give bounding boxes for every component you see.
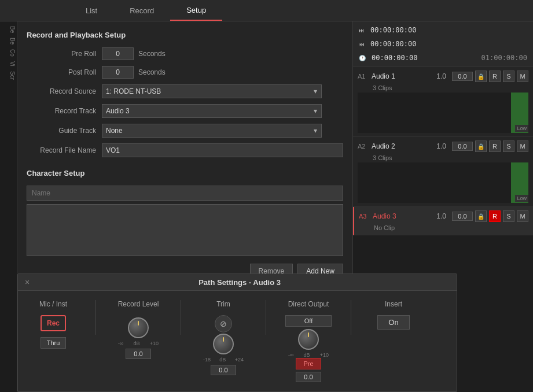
direct-output-title: Direct Output xyxy=(288,300,329,308)
track-a3-s-btn[interactable]: S xyxy=(503,210,514,222)
record-source-wrapper: 1: RODE NT-USB xyxy=(102,84,322,98)
trim-title: Trim xyxy=(216,300,230,308)
record-source-label: Record Source xyxy=(27,87,96,95)
track-a3-lock-btn[interactable]: 🔒 xyxy=(475,210,487,222)
direct-output-off-btn[interactable]: Off xyxy=(285,315,332,327)
track-a2: A2 Audio 2 1.0 0.0 🔒 R S M 3 Clips Low xyxy=(353,137,533,207)
insert-section: Insert On xyxy=(367,300,420,330)
direct-output-db: dB xyxy=(304,352,310,358)
overlay-close-btn[interactable]: × xyxy=(25,278,30,287)
rec-button[interactable]: Rec xyxy=(41,315,66,331)
track-a2-m-btn[interactable]: M xyxy=(517,140,528,152)
character-name-input[interactable] xyxy=(27,186,343,201)
divider-3 xyxy=(266,300,266,335)
track-a1-fader: 0.0 xyxy=(452,72,473,81)
post-roll-input[interactable] xyxy=(102,66,134,79)
tab-setup[interactable]: Setup xyxy=(170,0,222,21)
record-level-max: +10 xyxy=(150,341,159,346)
record-track-wrapper: Audio 3 xyxy=(102,104,322,118)
track-a2-s-btn[interactable]: S xyxy=(503,140,514,152)
skip-to-end-icon: ⏭ xyxy=(359,27,365,34)
transport-time-2: 00:00:00:00 xyxy=(370,40,416,48)
track-a1-low-badge: Low xyxy=(515,125,528,132)
character-textarea[interactable] xyxy=(27,204,343,256)
transport-row-3: 🕐 00:00:00:00 01:00:00:00 xyxy=(359,51,527,64)
skip-to-start-icon: ⏮ xyxy=(359,41,365,47)
sidebar-item-scr[interactable]: Scr xyxy=(0,69,17,82)
overlay-content: Mic / Inst Rec Thru Record Level -∞ dB +… xyxy=(18,291,457,391)
record-track-select[interactable]: Audio 3 xyxy=(102,104,322,118)
divider-2 xyxy=(181,300,181,335)
record-level-knob[interactable] xyxy=(128,317,149,338)
track-a3-volume: 1.0 xyxy=(436,212,446,220)
transport-timecode: 01:00:00:00 xyxy=(481,54,527,62)
divider-4 xyxy=(351,300,351,335)
track-a1-m-btn[interactable]: M xyxy=(517,71,528,82)
record-level-title: Record Level xyxy=(118,300,159,308)
direct-output-knob-container: Off -∞ dB +10 Pre 0.0 xyxy=(285,315,332,382)
record-level-db: dB xyxy=(134,341,140,346)
phase-button[interactable]: ⊘ xyxy=(215,315,232,332)
transport-bar: ⏭ 00:00:00:00 ⏮ 00:00:00:00 🕐 00:00:00:0… xyxy=(353,21,533,67)
sidebar-item-vi[interactable]: Vi xyxy=(0,59,17,69)
track-a2-header: A2 Audio 2 1.0 0.0 🔒 R S M xyxy=(358,140,528,152)
pre-button[interactable]: Pre xyxy=(296,358,321,369)
guide-track-select[interactable]: None xyxy=(102,124,322,138)
tab-list[interactable]: List xyxy=(69,0,113,21)
record-source-select[interactable]: 1: RODE NT-USB xyxy=(102,84,322,98)
sidebar-item-co[interactable]: Co xyxy=(0,47,17,59)
track-a1-lock-btn[interactable]: 🔒 xyxy=(475,71,487,82)
thru-label: Thru xyxy=(41,337,67,349)
record-level-min: -∞ xyxy=(118,341,123,346)
trim-value: 0.0 xyxy=(211,365,236,375)
direct-output-min: -∞ xyxy=(288,352,293,358)
trim-max: +24 xyxy=(235,357,244,363)
record-track-row: Record Track Audio 3 xyxy=(27,104,343,118)
divider-1 xyxy=(95,300,96,335)
track-a1-header: A1 Audio 1 1.0 0.0 🔒 R S M xyxy=(358,71,528,82)
track-a3-id: A3 xyxy=(359,213,370,220)
direct-output-section: Direct Output Off -∞ dB +10 Pre 0.0 xyxy=(282,300,334,382)
record-source-row: Record Source 1: RODE NT-USB xyxy=(27,84,343,98)
pre-roll-input[interactable] xyxy=(102,47,134,60)
track-a2-fader: 0.0 xyxy=(452,142,473,151)
on-button[interactable]: On xyxy=(377,315,409,330)
track-a1-controls: 0.0 🔒 R S M xyxy=(452,71,528,82)
record-filename-row: Record File Name xyxy=(27,143,343,157)
tabs-bar: List Record Setup xyxy=(0,0,533,21)
record-filename-input[interactable] xyxy=(102,143,343,157)
track-a1-clips: 3 Clips xyxy=(373,84,528,91)
track-a3-m-btn[interactable]: M xyxy=(517,210,528,222)
trim-knob[interactable] xyxy=(213,334,234,354)
record-track-label: Record Track xyxy=(27,107,96,115)
pre-roll-row: Pre Roll Seconds xyxy=(27,47,343,60)
tab-record[interactable]: Record xyxy=(113,0,170,21)
track-a3-r-btn[interactable]: R xyxy=(489,210,501,222)
track-a2-id: A2 xyxy=(358,143,369,150)
transport-row-1: ⏭ 00:00:00:00 xyxy=(359,24,527,36)
direct-output-knob[interactable] xyxy=(298,329,319,350)
trim-db: dB xyxy=(219,357,226,363)
transport-time-1: 00:00:00:00 xyxy=(370,26,416,34)
track-a1-name: Audio 1 xyxy=(372,72,436,80)
record-level-scale: -∞ dB +10 xyxy=(118,341,159,346)
guide-track-wrapper: None xyxy=(102,124,322,138)
post-roll-row: Post Roll Seconds xyxy=(27,66,343,79)
mic-inst-section: Mic / Inst Rec Thru xyxy=(27,300,79,349)
track-a3: A3 Audio 3 1.0 0.0 🔒 R S M No Clip xyxy=(353,207,533,235)
mic-inst-title: Mic / Inst xyxy=(39,300,67,308)
narrow-sidebar: Be Be Co Vi Scr xyxy=(0,21,17,392)
sidebar-item-be2[interactable]: Be xyxy=(0,35,17,47)
track-a1-s-btn[interactable]: S xyxy=(503,71,514,82)
transport-row-2: ⏮ 00:00:00:00 xyxy=(359,38,527,50)
sidebar-item-be1[interactable]: Be xyxy=(0,24,17,35)
character-title: Character Setup xyxy=(27,169,343,177)
track-a2-lock-btn[interactable]: 🔒 xyxy=(475,140,487,152)
track-a2-waveform: Low xyxy=(358,162,528,203)
track-a1-r-btn[interactable]: R xyxy=(489,71,501,82)
track-a1-waveform-green: Low xyxy=(511,93,528,133)
track-a3-name: Audio 3 xyxy=(373,212,436,220)
track-a2-name: Audio 2 xyxy=(372,142,436,150)
track-a2-r-btn[interactable]: R xyxy=(489,140,501,152)
track-a2-low-badge: Low xyxy=(515,195,528,202)
